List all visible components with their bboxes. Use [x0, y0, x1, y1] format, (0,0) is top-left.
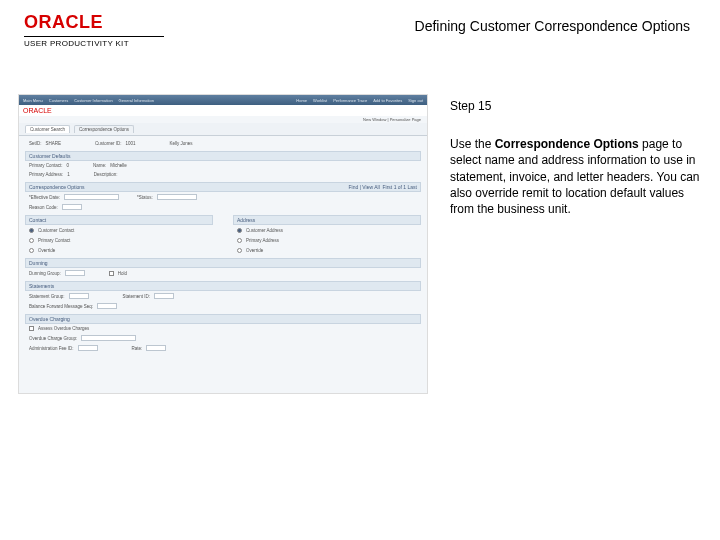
find-viewall[interactable]: Find | View All [349, 184, 380, 190]
radio-primary-contact[interactable] [29, 238, 34, 243]
setid-label: SetID: [29, 141, 42, 146]
tab-corr-options[interactable]: Correspondence Options [74, 125, 134, 133]
radio-label: Primary Contact [38, 238, 70, 243]
page-title: Defining Customer Correspondence Options [415, 18, 690, 34]
rate-input[interactable] [146, 345, 166, 351]
dunning-group-label: Dunning Group: [29, 271, 61, 276]
custid-label: Customer ID: [95, 141, 122, 146]
stmt-group-label: Statement Group: [29, 294, 65, 299]
hold-checkbox[interactable] [109, 271, 114, 276]
app-topnav: Main Menu Customers Customer Information… [19, 95, 427, 105]
custname-value: Kelly Jones [170, 141, 193, 146]
defaults-desc-label: Description: [94, 172, 118, 177]
nav-link-worklist[interactable]: Worklist [313, 98, 327, 103]
adminfee-label: Administration Fee ID: [29, 346, 74, 351]
app-logo: ORACLE [19, 105, 427, 116]
nav-link-signout[interactable]: Sign out [408, 98, 423, 103]
app-tabs: Customer Search Correspondence Options [19, 123, 427, 136]
balfwd-label: Balance Forward Message Seq: [29, 304, 93, 309]
stmt-id-input[interactable] [154, 293, 174, 299]
radio-override-address[interactable] [237, 248, 242, 253]
oracle-logo: ORACLE [24, 12, 164, 33]
nav-link-perf[interactable]: Performance Trace [333, 98, 367, 103]
desc-bold: Correspondence Options [495, 137, 639, 151]
stmt-group-input[interactable] [69, 293, 89, 299]
primary-address-label: Primary Address: [29, 172, 63, 177]
section-dunning: Dunning [25, 258, 421, 268]
nav-link-home[interactable]: Home [296, 98, 307, 103]
hold-label: Hold [118, 271, 127, 276]
section-overdue: Overdue Charging [25, 314, 421, 324]
radio-customer-address[interactable] [237, 228, 242, 233]
section-statements: Statements [25, 281, 421, 291]
instruction-panel: Step 15 Use the Correspondence Options p… [450, 94, 702, 394]
radio-label: Primary Address [246, 238, 279, 243]
radio-label: Override [38, 248, 55, 253]
primary-contact-value: 0 [67, 163, 70, 168]
brand-block: ORACLE USER PRODUCTIVITY KIT [24, 12, 164, 48]
primary-address-value: 1 [67, 172, 70, 177]
setid-value: SHARE [46, 141, 62, 146]
defaults-name-label: Name: [93, 163, 106, 168]
dunning-group-input[interactable] [65, 270, 85, 276]
effdate-label: *Effective Date: [29, 195, 60, 200]
pager[interactable]: First 1 of 1 Last [383, 184, 417, 190]
nav-item[interactable]: Main Menu [23, 98, 43, 103]
nav-item[interactable]: Customer Information [74, 98, 112, 103]
nav-link-fav[interactable]: Add to Favorites [373, 98, 402, 103]
radio-customer-contact[interactable] [29, 228, 34, 233]
balfwd-input[interactable] [97, 303, 117, 309]
section-customer-defaults: Customer Defaults [25, 151, 421, 161]
corr-title: Correspondence Options [29, 184, 85, 190]
app-screenshot: Main Menu Customers Customer Information… [18, 94, 428, 394]
ocgroup-input[interactable] [81, 335, 136, 341]
status-label: *Status: [137, 195, 153, 200]
step-label: Step 15 [450, 98, 702, 114]
stmt-id-label: Statement ID: [123, 294, 151, 299]
rate-label: Rate: [132, 346, 143, 351]
status-select[interactable] [157, 194, 197, 200]
ocgroup-label: Overdue Charge Group: [29, 336, 77, 341]
radio-label: Override [246, 248, 263, 253]
nav-item[interactable]: General Information [119, 98, 154, 103]
reason-input[interactable] [62, 204, 82, 210]
page-tools[interactable]: New Window | Personalize Page [19, 116, 427, 123]
section-contact: Contact [25, 215, 213, 225]
desc-prefix: Use the [450, 137, 495, 151]
assess-label: Assess Overdue Charges [38, 326, 89, 331]
primary-contact-label: Primary Contact: [29, 163, 63, 168]
nav-item[interactable]: Customers [49, 98, 68, 103]
defaults-name-value: Michelle [110, 163, 128, 168]
radio-label: Customer Address [246, 228, 283, 233]
reason-label: Reason Code: [29, 205, 58, 210]
radio-override-contact[interactable] [29, 248, 34, 253]
section-address: Address [233, 215, 421, 225]
upk-subtitle: USER PRODUCTIVITY KIT [24, 39, 164, 48]
step-description: Use the Correspondence Options page to s… [450, 136, 702, 217]
adminfee-input[interactable] [78, 345, 98, 351]
section-corr-options: Correspondence Options Find | View All F… [25, 182, 421, 192]
custid-value: 1001 [126, 141, 136, 146]
radio-label: Customer Contact [38, 228, 74, 233]
effdate-input[interactable] [64, 194, 119, 200]
assess-checkbox[interactable] [29, 326, 34, 331]
radio-primary-address[interactable] [237, 238, 242, 243]
logo-divider [24, 36, 164, 37]
tab-customer-search[interactable]: Customer Search [25, 125, 70, 133]
